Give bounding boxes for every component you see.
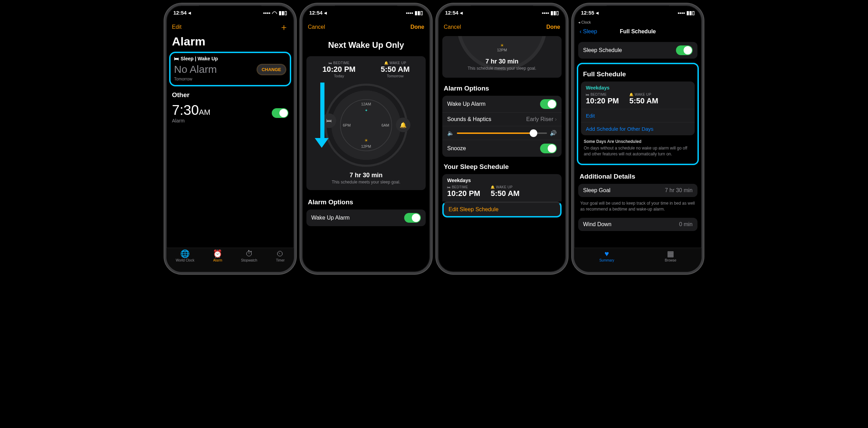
sun-icon: ☀: [364, 138, 368, 143]
dial-6pm: 6PM: [343, 123, 351, 127]
alarm-ampm: AM: [199, 108, 210, 117]
bed-icon: 🛏: [174, 56, 179, 61]
cancel-button[interactable]: Cancel: [444, 24, 461, 30]
unscheduled-title: Some Days Are Unscheduled: [584, 139, 690, 145]
sleep-schedule-toggle[interactable]: [676, 45, 693, 55]
tutorial-arrow: [320, 83, 325, 148]
add-schedule-button[interactable]: Add Schedule for Other Days: [581, 122, 695, 135]
additional-details-header: Additional Details: [574, 168, 702, 182]
done-button[interactable]: Done: [546, 24, 560, 30]
full-schedule-header: Full Schedule: [580, 66, 696, 80]
wakeup-knob[interactable]: 🔔: [396, 118, 410, 132]
wakeup-value: 5:50 AM: [381, 65, 410, 74]
sleep-goal-row[interactable]: Sleep Goal 7 hr 30 min: [578, 184, 697, 197]
wake-up-alarm-row: Wake Up Alarm: [442, 96, 562, 112]
status-time: 12:55 ◂: [581, 10, 599, 16]
status-icons: ••••▮▮▯: [263, 10, 287, 16]
phone-alarm-options: 12:54 ◂ ••••▮▮▯ Cancel Done 12PM ☀ 7 hr …: [436, 3, 568, 274]
back-button[interactable]: ‹ Sleep: [580, 28, 597, 35]
full-schedule-section: Full Schedule Weekdays 🛏 BEDTIME 10:20 P…: [577, 63, 699, 165]
tab-timer[interactable]: ⏲Timer: [276, 250, 285, 262]
volume-low-icon: 🔈: [447, 130, 454, 136]
duration-text: 7 hr 30 min: [349, 172, 382, 179]
snooze-label: Snooze: [447, 145, 466, 152]
weekdays-card: Weekdays 🛏 BEDTIME 10:20 PM 🔔 WAKE UP 5:…: [581, 82, 695, 109]
status-time: 12:54 ◂: [309, 10, 327, 16]
change-button[interactable]: CHANGE: [257, 64, 286, 75]
add-schedule-label: Add Schedule for Other Days: [586, 126, 653, 132]
tab-stopwatch[interactable]: ⏱Stopwatch: [241, 250, 257, 262]
wind-down-value: 0 min: [679, 221, 693, 228]
phone-full-schedule: 12:55 ◂ ••••▮▮▯ ◂ Clock ‹ Sleep Full Sch…: [572, 3, 704, 274]
status-icons: ••••▮▮▯: [406, 10, 423, 16]
your-schedule-header: Your Sleep Schedule: [438, 158, 566, 173]
snooze-row: Snooze: [442, 140, 562, 157]
chevron-right-icon: ›: [555, 116, 557, 122]
tab-alarm[interactable]: ⏰Alarm: [213, 250, 222, 262]
phone-next-wakeup: 12:54 ◂ ••••▮▮▯ Cancel Done Next Wake Up…: [300, 3, 432, 274]
tab-bar: ♥Summary ▦Browse: [574, 248, 702, 272]
wind-down-label: Wind Down: [583, 221, 611, 228]
weekdays-schedule-row: Weekdays 🛏 BEDTIME 10:20 PM 🔔 WAKE UP 5:…: [442, 174, 562, 202]
sleep-schedule-label: Sleep Schedule: [583, 47, 622, 53]
edit-sleep-schedule-button[interactable]: Edit Sleep Schedule: [442, 202, 562, 217]
wakeup-label: 🔔 WAKE UP: [629, 93, 658, 96]
phone-alarm-list: 12:54 ◂ ••••▮▮▯ Edit ＋ Alarm 🛏 Sleep | W…: [164, 3, 296, 274]
sounds-value: Early Riser: [526, 116, 553, 122]
wake-up-alarm-label: Wake Up Alarm: [311, 215, 350, 221]
volume-high-icon: 🔊: [550, 130, 557, 136]
snooze-toggle[interactable]: [540, 144, 557, 153]
alarm-time: 7:30: [172, 102, 199, 118]
back-to-clock[interactable]: ◂ Clock: [574, 20, 702, 25]
page-title: Next Wake Up Only: [302, 34, 430, 53]
schedule-dial-card: 🛏 BEDTIME 10:20 PM Today 🔔 WAKE UP 5:50 …: [306, 56, 426, 190]
bedtime-value: 10:20 PM: [322, 65, 355, 74]
status-icons: ••••▮▮▯: [678, 10, 695, 16]
sparkle-icon: ✦: [365, 108, 368, 113]
unscheduled-body: On days without a schedule no wake up al…: [584, 145, 690, 157]
alarm-toggle[interactable]: [272, 108, 288, 118]
sun-icon: ☀: [500, 43, 504, 48]
wakeup-label: 🔔 WAKE UP: [381, 61, 410, 65]
bedtime-label: 🛏 BEDTIME: [586, 93, 619, 96]
sleep-schedule-row: Sleep Schedule: [578, 42, 697, 59]
wakeup-sub: Tomorrow: [381, 74, 410, 78]
duration-text: 7 hr 30 min: [442, 58, 562, 65]
dial-12pm: 12PM: [361, 144, 371, 148]
notch: [199, 6, 261, 15]
done-button[interactable]: Done: [410, 24, 424, 30]
status-time: 12:54 ◂: [445, 10, 463, 16]
wake-up-alarm-label: Wake Up Alarm: [447, 101, 486, 107]
edit-schedule-button[interactable]: Edit: [581, 109, 695, 122]
status-icons: ••••▮▮▯: [542, 10, 559, 16]
tab-browse[interactable]: ▦Browse: [665, 250, 676, 262]
goal-footnote: Your goal will be used to keep track of …: [574, 198, 702, 216]
weekdays-label: Weekdays: [447, 178, 471, 183]
alarm-label: Alarm: [172, 118, 210, 123]
meets-goal-text: This schedule meets your sleep goal.: [442, 66, 562, 71]
sounds-haptics-row[interactable]: Sounds & Haptics Early Riser ›: [442, 112, 562, 126]
alarm-options-header: Alarm Options: [302, 194, 430, 208]
wind-down-row[interactable]: Wind Down 0 min: [578, 218, 697, 231]
status-time: 12:54 ◂: [173, 10, 191, 16]
sleep-wakeup-card[interactable]: 🛏 Sleep | Wake Up No Alarm CHANGE Tomorr…: [169, 52, 291, 86]
sleep-dial[interactable]: 12AM ✦ 6AM 12PM ☀ 6PM 🛏 🔔: [324, 84, 408, 167]
tab-summary[interactable]: ♥Summary: [599, 250, 614, 262]
edit-button[interactable]: Edit: [172, 24, 182, 30]
wake-up-alarm-toggle[interactable]: [540, 99, 557, 109]
volume-slider[interactable]: [457, 132, 547, 134]
wake-up-alarm-row: Wake Up Alarm: [306, 209, 426, 226]
wake-up-alarm-toggle[interactable]: [404, 213, 421, 223]
alarm-options-header: Alarm Options: [438, 80, 566, 94]
bedtime-value: 10:20 PM: [447, 189, 480, 198]
add-alarm-button[interactable]: ＋: [279, 21, 288, 33]
bedtime-label: 🛏 BEDTIME: [447, 185, 480, 189]
tomorrow-label: Tomorrow: [174, 77, 286, 82]
tab-world-clock[interactable]: 🌐World Clock: [176, 250, 194, 262]
dial-6am: 6AM: [381, 123, 389, 127]
wakeup-value: 5:50 AM: [629, 96, 658, 105]
cancel-button[interactable]: Cancel: [308, 24, 325, 30]
dial-preview: 12PM ☀ 7 hr 30 min This schedule meets y…: [442, 36, 562, 78]
sleep-goal-value: 7 hr 30 min: [665, 187, 693, 194]
wakeup-value: 5:50 AM: [491, 189, 520, 198]
